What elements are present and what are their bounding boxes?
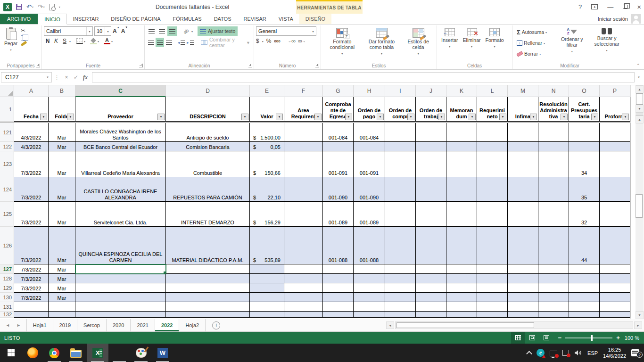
scroll-right-button[interactable]: ► [634,321,642,329]
cell-L127[interactable] [477,264,508,274]
row-header-130[interactable]: 130 [0,293,14,302]
cell-O127[interactable] [569,264,600,274]
taskbar-app-excel[interactable]: X [87,344,108,362]
cell-D132[interactable] [166,312,250,318]
row-header-131[interactable]: 131 [0,302,14,312]
cell-O126[interactable]: 44 [569,227,600,264]
redo-button[interactable]: ↷▾ [38,3,45,10]
cell-G132[interactable] [323,312,354,318]
row-header-125[interactable]: 125 [0,202,14,227]
cell-B127[interactable]: Mar [49,264,75,274]
font-size-combobox[interactable]: 10▾ [94,26,111,36]
cell-G129[interactable] [323,283,354,293]
cell-L129[interactable] [477,283,508,293]
cell-G127[interactable] [323,264,354,274]
sheet-nav-right-button[interactable]: ► [17,323,21,328]
cell-A131[interactable] [14,302,49,312]
align-center-button[interactable] [156,38,164,47]
cell-F130[interactable] [284,293,323,302]
zoom-in-button[interactable]: + [616,334,620,341]
find-select-button[interactable]: Buscar y seleccionar▾ [588,26,625,62]
autosum-button[interactable]: ΣAutosuma▾ [515,27,554,37]
cell-B124[interactable]: Mar [49,177,75,202]
cell-B128[interactable]: Mar [49,274,75,283]
cell-P122[interactable] [600,142,630,151]
row-header-122[interactable]: 122 [0,142,14,151]
cell-E125[interactable]: $156,29 [250,202,284,227]
fill-button[interactable]: ↓Rellenar▾ [515,38,554,48]
ribbon-tab-insertar[interactable]: INSERTAR [67,14,105,24]
cell-C121[interactable]: Morales Chávez Washington de los Santos [75,123,166,142]
column-header-M[interactable]: M [508,85,538,97]
cell-L124[interactable] [477,177,508,202]
cell-O132[interactable] [569,312,600,318]
cell-L125[interactable] [477,202,508,227]
cell-K125[interactable] [446,202,477,227]
cell-N121[interactable] [538,123,569,142]
cell-J122[interactable] [416,142,446,151]
cell-B130[interactable]: Mar [49,293,75,302]
vertical-scroll-thumb[interactable] [636,194,643,218]
cell-N126[interactable] [538,227,569,264]
filter-button-A[interactable]: ▼ [40,114,47,120]
cell-F122[interactable] [284,142,323,151]
horizontal-scroll-track[interactable] [395,321,633,329]
close-button[interactable]: × [637,3,641,11]
cell-E128[interactable] [250,274,284,283]
cell-I124[interactable] [385,177,416,202]
header-cell-H[interactable]: Orden de pago▼ [354,97,385,122]
decrease-indent-button[interactable]: ◄ [177,38,185,47]
cell-D121[interactable]: Anticipo de sueldo [166,123,250,142]
column-header-E[interactable]: E [250,85,284,97]
cell-D128[interactable] [166,274,250,283]
cell-C130[interactable] [75,293,166,302]
cell-P128[interactable] [600,274,630,283]
cell-M128[interactable] [508,274,538,283]
cell-E130[interactable] [250,293,284,302]
sheet-tab-hoja1[interactable]: Hoja1 [26,319,53,331]
cell-H131[interactable] [354,302,385,312]
header-cell-D[interactable]: DESCRIPCION▼ [166,97,250,122]
taskbar-app-calculator[interactable] [108,344,130,362]
row-header-124[interactable]: 124 [0,177,14,202]
filter-button-H[interactable]: ▼ [377,114,384,120]
name-box[interactable]: C127▾ [1,72,52,82]
header-cell-E[interactable]: Valor▼ [250,97,284,122]
notification-icon[interactable]: 2 [631,349,639,356]
new-sheet-button[interactable]: + [212,321,220,329]
column-header-B[interactable]: B [49,85,75,97]
cell-J128[interactable] [416,274,446,283]
cell-L131[interactable] [477,302,508,312]
cell-F127[interactable] [284,264,323,274]
cell-E131[interactable] [250,302,284,312]
formula-bar-splitter[interactable]: ⋮ [54,74,59,81]
wrap-text-button[interactable]: Ajustar texto [198,26,238,36]
row-header-132[interactable]: 132 [0,312,14,318]
bold-button[interactable]: N [44,38,51,44]
cell-E127[interactable] [250,264,284,274]
column-header-G[interactable]: G [323,85,354,97]
column-header-H[interactable]: H [354,85,385,97]
cell-C122[interactable]: BCE Banco Central del Ecuador [75,142,166,151]
header-cell-P[interactable]: Proform▼ [600,97,630,122]
cell-D127[interactable] [166,264,250,274]
cell-B121[interactable]: Mar [49,123,75,142]
cell-J132[interactable] [416,312,446,318]
ribbon-tab-f-rmulas[interactable]: FÓRMULAS [167,14,208,24]
cell-K127[interactable] [446,264,477,274]
cell-O131[interactable] [569,302,600,312]
ribbon-tab-vista[interactable]: VISTA [272,14,299,24]
header-cell-K[interactable]: Memoran dum▼ [446,97,477,122]
percent-format-button[interactable]: % [266,38,272,44]
cell-J125[interactable] [416,202,446,227]
cell-G123[interactable]: 001-091 [323,151,354,177]
cell-K126[interactable] [446,227,477,264]
pane-scroll-down-button[interactable]: ▼ [636,105,644,113]
horizontal-scroll-thumb[interactable] [396,322,534,328]
clock[interactable]: 16:25 14/6/2022 [603,347,626,359]
expand-formula-bar-button[interactable]: ▾ [635,75,643,79]
cell-H125[interactable]: 001-089 [354,202,385,227]
cell-I127[interactable] [385,264,416,274]
conditional-formatting-button[interactable]: ≠ Formato condicional▾ [323,26,362,62]
copy-button[interactable] [21,35,25,41]
